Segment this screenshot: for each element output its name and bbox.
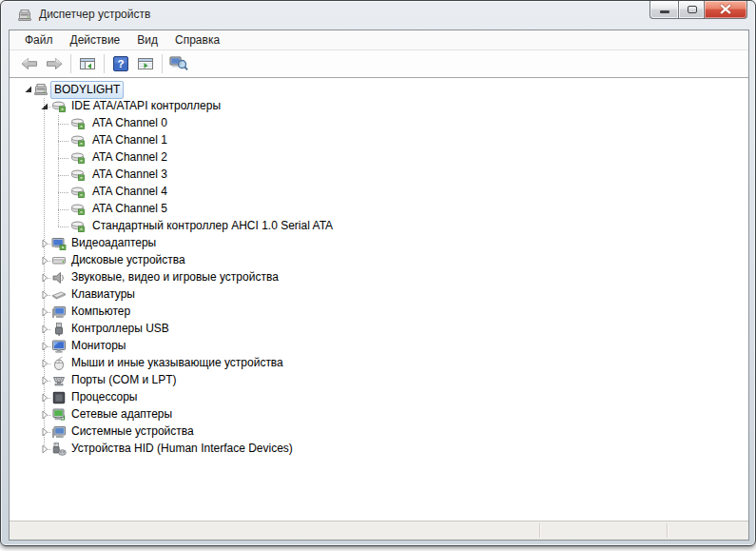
tree-item-ide-ata-atapi-контроллеры[interactable]: IDE ATA/ATAPI контроллеры bbox=[10, 98, 748, 115]
collapsed-arrow-icon[interactable] bbox=[38, 254, 51, 267]
tree-item-видеоадаптеры[interactable]: Видеоадаптеры bbox=[10, 235, 748, 252]
arrow-left-icon bbox=[20, 56, 39, 71]
expanded-arrow-icon[interactable] bbox=[38, 100, 51, 113]
tree-item-label: Системные устройства bbox=[71, 423, 194, 440]
tree-item-компьютер[interactable]: Компьютер bbox=[10, 304, 748, 321]
tree-item-клавиатуры[interactable]: Клавиатуры bbox=[10, 286, 748, 304]
collapsed-arrow-icon[interactable] bbox=[38, 357, 51, 370]
tree-item-label: ATA Channel 3 bbox=[92, 167, 167, 183]
ide-controller-icon bbox=[70, 202, 86, 217]
title-bar[interactable]: Диспетчер устройств bbox=[1, 1, 755, 30]
status-section-1 bbox=[10, 521, 539, 540]
status-section-3 bbox=[668, 521, 748, 540]
client-area: Файл Действие Вид Справка ? BODYLIGHTIDE… bbox=[9, 30, 749, 541]
close-icon bbox=[705, 1, 746, 18]
tree-item-мониторы[interactable]: Мониторы bbox=[10, 338, 748, 355]
hid-device-icon bbox=[51, 442, 67, 457]
ide-controller-icon bbox=[70, 219, 86, 234]
collapsed-arrow-icon[interactable] bbox=[38, 374, 51, 387]
collapsed-arrow-icon[interactable] bbox=[38, 271, 51, 285]
tree-item-label: Компьютер bbox=[71, 304, 130, 320]
help-button[interactable]: ? bbox=[108, 52, 133, 75]
tree-item-bodylight[interactable]: BODYLIGHT bbox=[10, 81, 748, 98]
tree-item-мыши-и-иные-указывающие-устройства[interactable]: Мыши и иные указывающие устройства bbox=[10, 355, 748, 372]
tree-item-ata-channel-2[interactable]: ATA Channel 2 bbox=[10, 149, 748, 167]
menu-view[interactable]: Вид bbox=[128, 31, 166, 49]
tree-item-ata-channel-5[interactable]: ATA Channel 5 bbox=[10, 201, 748, 218]
tree-item-устройства-hid-human-interface-devices[interactable]: Устройства HID (Human Interface Devices) bbox=[10, 441, 748, 458]
video-adapter-icon bbox=[51, 236, 67, 251]
tree-item-label: Сетевые адаптеры bbox=[71, 406, 172, 423]
scan-hardware-changes-button[interactable] bbox=[166, 52, 191, 75]
collapsed-arrow-icon[interactable] bbox=[38, 391, 51, 404]
maximize-icon bbox=[688, 6, 697, 13]
tree-item-ata-channel-1[interactable]: ATA Channel 1 bbox=[10, 132, 748, 149]
tree-item-label: Звуковые, видео и игровые устройства bbox=[71, 269, 279, 285]
maximize-button[interactable] bbox=[678, 1, 705, 19]
close-button[interactable] bbox=[705, 1, 747, 19]
tree-item-ata-channel-3[interactable]: ATA Channel 3 bbox=[10, 167, 748, 184]
device-manager-window: Диспетчер устройств Фай bbox=[0, 0, 756, 546]
tree-item-label: BODYLIGHT bbox=[50, 81, 124, 99]
menu-action[interactable]: Действие bbox=[62, 31, 129, 49]
collapsed-arrow-icon[interactable] bbox=[38, 288, 51, 302]
tree-item-системные-устройства[interactable]: Системные устройства bbox=[10, 423, 748, 441]
help-icon: ? bbox=[113, 56, 128, 71]
tree-item-label: Мониторы bbox=[71, 338, 126, 354]
collapsed-arrow-icon[interactable] bbox=[38, 237, 51, 250]
collapsed-arrow-icon[interactable] bbox=[38, 340, 51, 353]
monitor-icon bbox=[51, 339, 67, 354]
console-tree-icon bbox=[79, 56, 96, 71]
ide-controller-icon bbox=[51, 99, 67, 114]
ide-controller-icon bbox=[70, 185, 86, 200]
disk-drive-icon bbox=[51, 253, 67, 268]
collapsed-arrow-icon[interactable] bbox=[38, 305, 51, 319]
menu-bar: Файл Действие Вид Справка bbox=[10, 30, 748, 50]
tree-item-label: ATA Channel 1 bbox=[92, 132, 167, 148]
collapsed-arrow-icon[interactable] bbox=[38, 425, 51, 439]
arrow-right-icon bbox=[45, 56, 64, 71]
tree-item-label: Мыши и иные указывающие устройства bbox=[71, 355, 283, 371]
minimize-button[interactable] bbox=[649, 1, 678, 19]
tree-item-стандартный-контроллер-ahci-1-0-serial-ata[interactable]: Стандартный контроллер AHCI 1.0 Serial A… bbox=[10, 218, 748, 235]
tree-item-label: ATA Channel 0 bbox=[92, 115, 167, 131]
collapsed-arrow-icon[interactable] bbox=[38, 408, 51, 422]
show-hide-console-tree-button[interactable] bbox=[75, 52, 100, 75]
tree-item-label: ATA Channel 2 bbox=[92, 149, 167, 166]
tree-item-ata-channel-0[interactable]: ATA Channel 0 bbox=[10, 115, 748, 132]
device-manager-icon bbox=[17, 8, 32, 23]
status-bar bbox=[10, 521, 748, 540]
tree-item-дисковые-устройства[interactable]: Дисковые устройства bbox=[10, 252, 748, 269]
svg-text:?: ? bbox=[117, 58, 124, 69]
forward-button[interactable] bbox=[42, 52, 67, 75]
tree-item-label: ATA Channel 5 bbox=[92, 201, 167, 217]
tree-item-label: ATA Channel 4 bbox=[92, 184, 167, 200]
window-title: Диспетчер устройств bbox=[39, 1, 150, 29]
screen: Диспетчер устройств Фай bbox=[0, 0, 756, 551]
toolbar: ? bbox=[10, 50, 748, 78]
menu-file[interactable]: Файл bbox=[16, 31, 62, 49]
tree-item-label: Контроллеры USB bbox=[71, 321, 169, 337]
collapsed-arrow-icon[interactable] bbox=[38, 443, 51, 456]
properties-icon bbox=[137, 56, 154, 71]
collapsed-arrow-icon[interactable] bbox=[38, 323, 51, 336]
menu-help[interactable]: Справка bbox=[166, 31, 228, 49]
computer-magnifier-icon bbox=[169, 55, 188, 72]
tree-item-контроллеры-usb[interactable]: Контроллеры USB bbox=[10, 321, 748, 338]
back-button[interactable] bbox=[17, 52, 42, 75]
ide-controller-icon bbox=[70, 133, 86, 148]
tree-item-ata-channel-4[interactable]: ATA Channel 4 bbox=[10, 184, 748, 201]
tree-item-сетевые-адаптеры[interactable]: Сетевые адаптеры bbox=[10, 406, 748, 423]
tree-item-звуковые-видео-и-игровые-устройства[interactable]: Звуковые, видео и игровые устройства bbox=[10, 269, 748, 286]
window-controls bbox=[649, 1, 747, 20]
ports-icon bbox=[51, 373, 67, 388]
tree-item-порты-com-и-lpt[interactable]: Порты (COM и LPT) bbox=[10, 372, 748, 389]
tree-item-label: Стандартный контроллер AHCI 1.0 Serial A… bbox=[92, 218, 333, 234]
properties-button[interactable] bbox=[133, 52, 158, 75]
tree-item-label: Процессоры bbox=[71, 389, 138, 405]
minimize-icon bbox=[660, 10, 669, 13]
tree-item-label: Видеоадаптеры bbox=[71, 235, 156, 251]
device-tree: BODYLIGHTIDE ATA/ATAPI контроллерыATA Ch… bbox=[10, 78, 748, 521]
toolbar-separator bbox=[70, 54, 71, 73]
tree-item-процессоры[interactable]: Процессоры bbox=[10, 389, 748, 406]
